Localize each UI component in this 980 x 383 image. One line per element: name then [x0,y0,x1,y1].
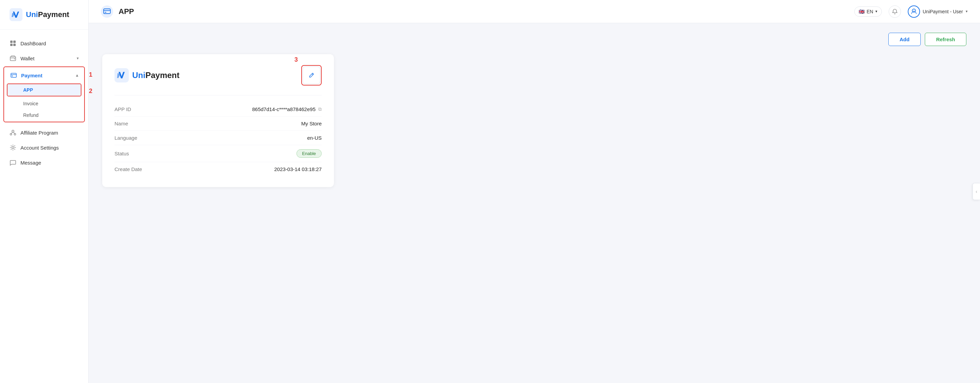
sidebar-subitem-refund[interactable]: Refund [4,110,84,121]
edit-badge-3: 3 [294,56,298,64]
sidebar-item-wallet[interactable]: Wallet ▾ [0,51,88,66]
right-panel-handle[interactable]: ‹ [972,183,980,200]
svg-rect-14 [105,12,106,13]
field-name: Name My Store [115,116,322,131]
svg-rect-13 [103,9,110,14]
sidebar-navigation: DashBoard Wallet ▾ [0,30,88,383]
app-card: UniPayment 3 [102,54,334,187]
grid-icon [10,40,16,47]
field-value-language: en-US [307,135,322,141]
sidebar-label-wallet: Wallet [21,56,34,61]
refresh-button[interactable]: Refresh [925,33,966,46]
sidebar-label-payment: Payment [21,73,43,78]
affiliate-icon [10,129,16,136]
field-status: Status Enable [115,145,322,162]
action-bar: Add Refresh [102,33,966,46]
card-logo-payment: Payment [145,70,180,80]
topbar: APP 🇬🇧 EN ▾ [89,0,980,23]
sidebar-sublabel-refund: Refund [23,113,38,118]
logo-payment: Payment [38,10,69,19]
svg-rect-4 [13,44,16,46]
field-label-app-id: APP ID [115,106,131,112]
svg-point-9 [12,130,14,132]
sidebar-label-dashboard: DashBoard [21,41,46,46]
page-title: APP [119,7,134,16]
lang-label: EN [867,9,873,14]
sidebar-label-affiliate: Affiliate Program [21,130,58,136]
settings-icon [10,144,16,151]
svg-rect-2 [13,41,16,43]
user-name: UniPayment - User [923,9,963,14]
logo-uni: Uni [26,10,38,19]
main-content: APP 🇬🇧 EN ▾ [89,0,980,383]
svg-rect-8 [11,76,13,76]
page-icon [101,5,113,18]
field-create-date: Create Date 2023-03-14 03:18:27 [115,162,322,176]
logo-icon [10,8,22,21]
sidebar-item-payment[interactable]: Payment ▴ [4,68,84,83]
message-icon [10,159,16,166]
svg-rect-1 [10,41,13,43]
card-logo-uni: Uni [132,70,145,80]
sidebar-item-affiliate[interactable]: Affiliate Program [0,125,88,140]
field-value-create-date: 2023-03-14 03:18:27 [274,166,322,172]
field-app-id: APP ID 865d7d14-c****a878462e95 ⧉ [115,102,322,116]
user-menu[interactable]: UniPayment - User ▾ [908,5,968,18]
svg-rect-15 [115,68,129,83]
field-label-language: Language [115,135,137,141]
sidebar-sublabel-app: APP [23,87,33,93]
card-fields: APP ID 865d7d14-c****a878462e95 ⧉ Name M… [115,102,322,176]
field-value-app-id: 865d7d14-c****a878462e95 ⧉ [252,106,322,112]
svg-rect-7 [11,73,16,77]
svg-point-10 [10,133,12,135]
sidebar: UniPayment DashBoard [0,0,89,383]
card-logo-icon [115,68,129,83]
svg-point-12 [12,146,14,149]
sidebar-sublabel-invoice: Invoice [23,101,38,106]
svg-rect-3 [10,44,13,46]
field-value-name: My Store [301,121,322,126]
copy-icon[interactable]: ⧉ [318,106,322,112]
field-label-status: Status [115,151,129,156]
sidebar-label-account: Account Settings [21,145,59,151]
topbar-right: 🇬🇧 EN ▾ UniPayment - User [854,5,968,18]
lang-chevron-icon: ▾ [875,9,877,14]
wallet-icon [10,55,16,62]
edit-icon [309,72,315,78]
edit-button[interactable] [302,67,320,84]
field-label-create-date: Create Date [115,166,142,172]
svg-rect-6 [14,59,15,59]
payment-arrow-icon: ▴ [76,73,78,78]
bell-icon [892,8,898,15]
svg-rect-5 [10,57,16,60]
sidebar-item-dashboard[interactable]: DashBoard [0,36,88,51]
user-avatar [908,5,920,18]
card-divider [115,95,322,95]
sidebar-logo: UniPayment [0,0,88,30]
status-badge: Enable [296,149,322,158]
sidebar-label-message: Message [21,160,41,165]
edit-button-wrapper: 3 [301,65,322,86]
svg-rect-0 [10,8,22,21]
card-header: UniPayment 3 [115,65,322,86]
wallet-arrow-icon: ▾ [77,56,79,60]
language-selector[interactable]: 🇬🇧 EN ▾ [854,6,881,17]
sidebar-subitem-invoice[interactable]: Invoice [4,98,84,110]
sidebar-item-account[interactable]: Account Settings [0,140,88,155]
add-button[interactable]: Add [888,33,921,46]
field-language: Language en-US [115,131,322,145]
content-area: Add Refresh UniPayment [89,23,980,383]
payment-icon [10,72,17,79]
sidebar-subitem-app[interactable]: APP [8,84,81,96]
flag-icon: 🇬🇧 [859,9,864,14]
notification-button[interactable] [889,5,901,18]
svg-point-11 [14,133,16,135]
sidebar-item-message[interactable]: Message [0,155,88,170]
card-logo: UniPayment [115,68,180,83]
user-chevron-icon: ▾ [966,9,968,14]
field-label-name: Name [115,121,128,126]
chevron-left-icon: ‹ [975,189,977,194]
